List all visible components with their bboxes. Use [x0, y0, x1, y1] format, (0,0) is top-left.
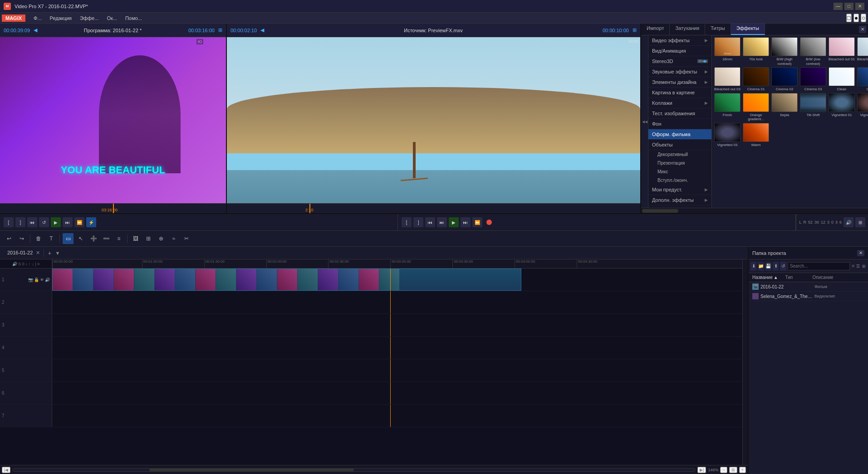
video-clip-1[interactable]	[52, 269, 521, 291]
effect-cinema1[interactable]: Cinema 01	[742, 67, 770, 92]
pb-prev-frame-right[interactable]: ⏮	[425, 217, 435, 227]
pb-next-frame-left[interactable]: ⏭	[63, 217, 73, 227]
tab-effects[interactable]: Эффекты	[731, 24, 765, 35]
effect-16mm[interactable]: 16mm 16mm	[714, 37, 741, 66]
effect-cinema2[interactable]: Cinema 02	[771, 67, 798, 92]
track-4-content[interactable]	[52, 337, 742, 359]
track-6-content[interactable]	[52, 382, 742, 405]
project-panel-close[interactable]: ✕	[857, 250, 864, 256]
proj-import-btn[interactable]: ⬆	[773, 262, 779, 271]
tool-snap[interactable]: ≡	[113, 233, 124, 244]
effects-collapse-btn[interactable]: ◀◀	[641, 35, 648, 208]
sidebar-view-animation[interactable]: Вид/Анимация	[648, 46, 711, 56]
effect-vignette3[interactable]: Vignetted 03	[714, 123, 741, 147]
tool-ripple[interactable]: ➖	[101, 233, 112, 244]
tab-import[interactable]: Импорт	[641, 24, 670, 35]
effect-clean[interactable]: Clean	[828, 67, 855, 92]
tool-magnetic[interactable]: ⊞	[143, 233, 154, 244]
maximize-button[interactable]: □	[844, 3, 853, 10]
proj-view-list[interactable]: ☰	[856, 263, 861, 270]
pb-special-btn[interactable]: ⚡	[86, 217, 96, 227]
pb-fast-forward-right[interactable]: ⏩	[472, 217, 482, 227]
menu-edit[interactable]: Редакция	[46, 15, 75, 22]
right-preview-expand[interactable]: ◀	[260, 27, 264, 33]
proj-save-btn[interactable]: 💾	[765, 262, 771, 271]
menu-btn-3[interactable]: ○	[861, 14, 866, 22]
sidebar-design-elements[interactable]: Элементы дизайна ▶	[648, 77, 711, 88]
pb-fast-forward-left[interactable]: ⏩	[74, 217, 84, 227]
effects-panel-close[interactable]: ✕	[859, 26, 866, 33]
effect-tiltshift[interactable]: Tilt-Shift	[799, 93, 827, 122]
tl-zoom-in[interactable]: +	[739, 467, 746, 473]
effect-vignette1[interactable]: Vignetted 01	[828, 93, 855, 122]
left-preview-expand2[interactable]: ⊞	[218, 27, 222, 33]
tool-more2[interactable]: ≈	[168, 233, 179, 244]
pb-next-right[interactable]: ⏭	[461, 217, 471, 227]
effect-bleached1[interactable]: Bleached out 01	[828, 37, 855, 66]
right-preview-timeline[interactable]: 2:10	[227, 203, 640, 213]
tool-image[interactable]: 🖼	[130, 233, 141, 244]
sidebar-video-effects[interactable]: Видео эффекты ▶	[648, 35, 711, 46]
menu-ok[interactable]: Ок...	[103, 15, 121, 22]
proj-file-row-1[interactable]: 🎬 2016-01-22 Фильм	[749, 282, 868, 292]
sidebar-pip[interactable]: Картина в картине	[648, 88, 711, 98]
track-1-content[interactable]	[52, 269, 742, 291]
menu-btn-2[interactable]: ●	[853, 14, 859, 22]
sidebar-objects[interactable]: Объекты	[648, 140, 711, 150]
tab-fade[interactable]: Затухания	[670, 24, 705, 35]
timeline-dropdown-btn[interactable]: ▼	[55, 250, 60, 256]
effect-cold[interactable]: Cold	[857, 67, 868, 92]
timeline-scrollbar-v[interactable]	[742, 259, 748, 465]
tool-select[interactable]: ▭	[63, 233, 74, 244]
tool-cut[interactable]: ✂	[181, 233, 192, 244]
tab-titles[interactable]: Титры	[705, 24, 731, 35]
timeline-add-btn[interactable]: +	[48, 249, 51, 257]
track-5-content[interactable]	[52, 359, 742, 382]
proj-col-name[interactable]: Название ▲	[749, 274, 782, 281]
volume-btn[interactable]: 🔊	[843, 217, 853, 227]
timeline-tab-close[interactable]: ✕	[36, 250, 40, 255]
track-7-content[interactable]	[52, 405, 742, 427]
tl-zoom-fit[interactable]: ⊞	[729, 467, 737, 473]
track-eye-icon[interactable]: 👁	[40, 278, 44, 282]
grid-view-btn[interactable]: ⊞	[855, 217, 865, 227]
effect-warm[interactable]: Warm	[742, 123, 770, 147]
pb-record-btn[interactable]	[484, 217, 494, 227]
track-camera-icon[interactable]: 📷	[28, 278, 33, 282]
pb-in-point[interactable]: [	[4, 217, 14, 227]
sidebar-decorative[interactable]: Декоративный	[648, 150, 711, 159]
proj-add-btn[interactable]: ⬇	[750, 262, 756, 271]
tool-undo[interactable]: ↩	[4, 233, 15, 244]
tl-start-btn[interactable]: |◀	[2, 467, 10, 473]
proj-refresh-btn[interactable]: ↺	[780, 262, 786, 271]
effect-bleached3[interactable]: Bleached out 03	[714, 67, 741, 92]
track-3-content[interactable]	[52, 314, 742, 337]
timeline-scrollbar-h[interactable]	[12, 468, 696, 472]
sidebar-film-look[interactable]: Оформ. фильма	[648, 129, 711, 140]
tool-delete[interactable]: 🗑	[33, 233, 44, 244]
sidebar-intro[interactable]: Вступл./оконч.	[648, 176, 711, 185]
sidebar-my-presets[interactable]: Мои предуст. ▶	[648, 185, 711, 195]
project-search-clear[interactable]: ✕	[851, 264, 855, 269]
track-lock-icon[interactable]: 🔓	[34, 278, 39, 282]
effect-orange[interactable]: Orange gradient...	[742, 93, 770, 122]
timeline-tab-main[interactable]: 2016-01-22 ✕	[4, 249, 44, 257]
tl-end-btn[interactable]: ▶|	[697, 467, 706, 473]
close-button[interactable]: ✕	[855, 3, 864, 10]
tl-zoom-out[interactable]: −	[720, 467, 727, 473]
pb-play-right[interactable]: ▶	[449, 217, 459, 227]
menu-help[interactable]: Помо...	[122, 15, 146, 22]
proj-col-type[interactable]: Тип	[782, 274, 809, 281]
tool-more1[interactable]: ⊕	[156, 233, 167, 244]
tool-redo[interactable]: ↪	[16, 233, 27, 244]
left-preview-timeline[interactable]: 03:16:00	[0, 203, 226, 213]
pb-prev-right[interactable]: ⏭	[437, 217, 447, 227]
proj-folder-btn[interactable]: 📁	[758, 262, 764, 271]
effect-vignette2[interactable]: Vignetted 02	[857, 93, 868, 122]
track-mute-icon[interactable]: 🔊	[45, 278, 50, 282]
menu-file[interactable]: Ф...	[30, 15, 45, 22]
pb-in-point-right[interactable]: [	[402, 217, 412, 227]
project-search-input[interactable]	[788, 262, 850, 270]
sidebar-presentation[interactable]: Презентация	[648, 159, 711, 167]
effect-bleached2[interactable]: Bleached out 02	[857, 37, 868, 66]
